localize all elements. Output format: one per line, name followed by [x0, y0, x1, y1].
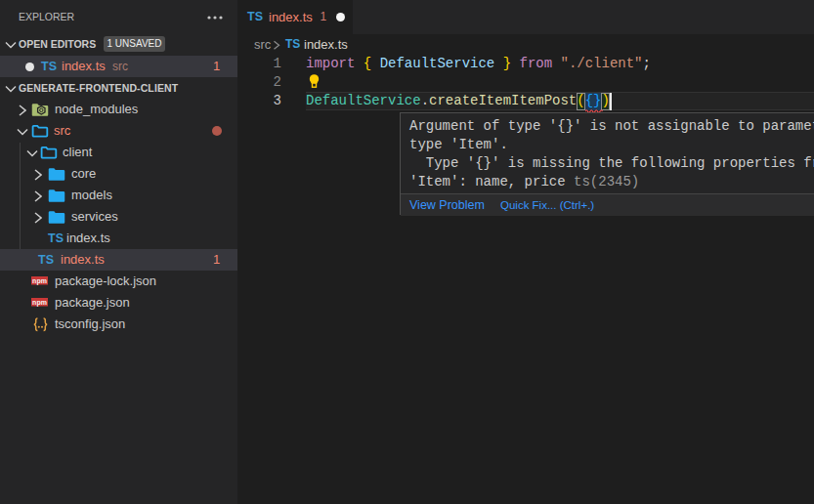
svg-text:npm: npm: [32, 299, 47, 307]
svg-text:npm: npm: [32, 277, 47, 285]
